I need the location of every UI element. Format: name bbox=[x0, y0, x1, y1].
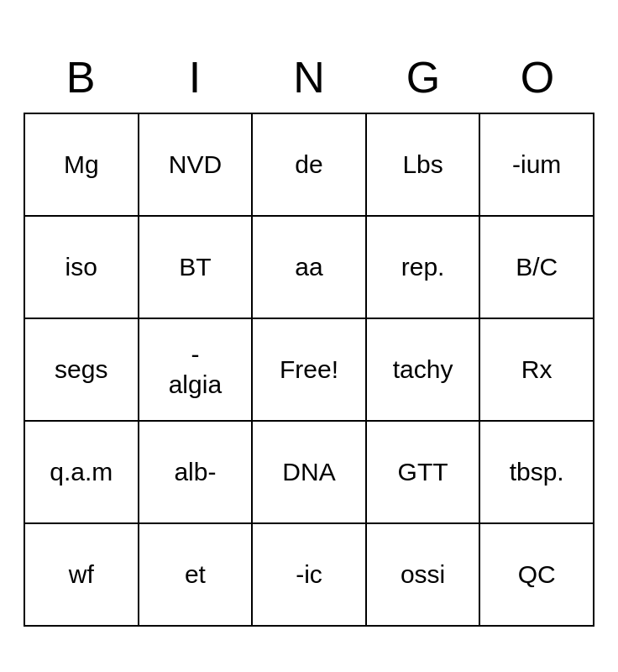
cell-r5c5[interactable]: QC bbox=[480, 524, 593, 625]
cell-r1c2[interactable]: NVD bbox=[139, 114, 254, 215]
cell-r5c4[interactable]: ossi bbox=[367, 524, 481, 625]
bingo-grid: Mg NVD de Lbs -ium iso BT aa rep. B/C se… bbox=[24, 113, 594, 627]
header-o: O bbox=[480, 45, 594, 109]
bingo-row: iso BT aa rep. B/C bbox=[25, 217, 593, 319]
cell-r4c5[interactable]: tbsp. bbox=[480, 422, 593, 522]
header-g: G bbox=[366, 45, 480, 109]
cell-r1c4[interactable]: Lbs bbox=[367, 114, 481, 215]
cell-r3c4[interactable]: tachy bbox=[367, 319, 481, 420]
header-b: B bbox=[24, 45, 138, 109]
cell-r5c3[interactable]: -ic bbox=[253, 524, 367, 625]
cell-r1c5[interactable]: -ium bbox=[480, 114, 593, 215]
cell-r3c3[interactable]: Free! bbox=[253, 319, 367, 420]
cell-r2c4[interactable]: rep. bbox=[367, 217, 481, 318]
bingo-row: wf et -ic ossi QC bbox=[25, 524, 593, 625]
cell-r2c1[interactable]: iso bbox=[25, 217, 139, 318]
cell-r3c1[interactable]: segs bbox=[25, 319, 139, 420]
cell-r4c2[interactable]: alb- bbox=[139, 422, 254, 522]
bingo-row: q.a.m alb- DNA GTT tbsp. bbox=[25, 422, 593, 524]
cell-r2c5[interactable]: B/C bbox=[480, 217, 593, 318]
cell-r5c2[interactable]: et bbox=[139, 524, 254, 625]
cell-r2c2[interactable]: BT bbox=[139, 217, 254, 318]
header-n: N bbox=[252, 45, 366, 109]
cell-r3c5[interactable]: Rx bbox=[480, 319, 593, 420]
bingo-row: Mg NVD de Lbs -ium bbox=[25, 114, 593, 217]
cell-r4c4[interactable]: GTT bbox=[367, 422, 481, 522]
bingo-card: B I N G O Mg NVD de Lbs -ium iso BT aa r… bbox=[24, 45, 594, 627]
bingo-header: B I N G O bbox=[24, 45, 594, 109]
cell-r5c1[interactable]: wf bbox=[25, 524, 139, 625]
cell-r3c2[interactable]: - algia bbox=[139, 319, 254, 420]
header-i: I bbox=[138, 45, 252, 109]
bingo-row: segs - algia Free! tachy Rx bbox=[25, 319, 593, 422]
cell-r2c3[interactable]: aa bbox=[253, 217, 367, 318]
cell-r1c3[interactable]: de bbox=[253, 114, 367, 215]
cell-r1c1[interactable]: Mg bbox=[25, 114, 139, 215]
cell-r4c3[interactable]: DNA bbox=[253, 422, 367, 522]
cell-r4c1[interactable]: q.a.m bbox=[25, 422, 139, 522]
